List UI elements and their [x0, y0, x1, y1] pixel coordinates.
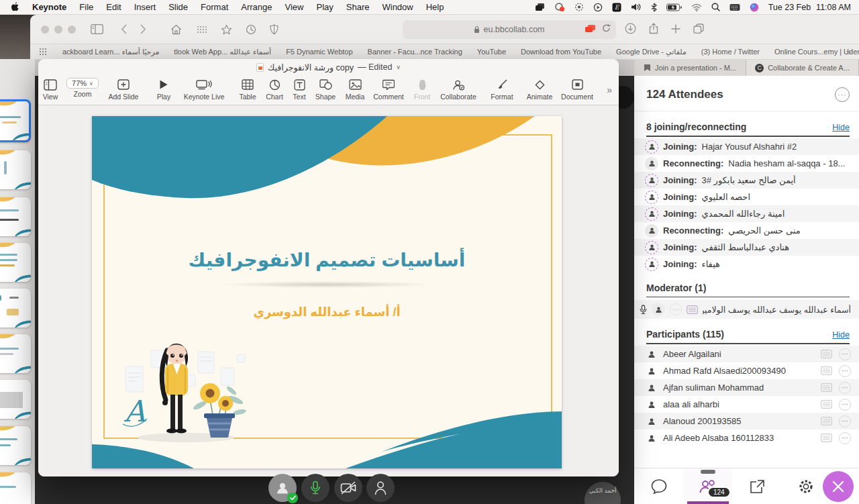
- slide-thumbnail[interactable]: [0, 243, 31, 282]
- slide-subtitle[interactable]: أ/ أسماء عبدالله الدوسري: [92, 305, 562, 319]
- joining-row[interactable]: Joining: هنادي عبدالباسط الثقفي: [634, 239, 859, 256]
- participant-row[interactable]: Ali Adeeb Alsaba 160112833: [634, 430, 859, 446]
- home-icon[interactable]: [170, 24, 182, 35]
- screen-mirroring-icon[interactable]: [574, 3, 584, 11]
- joining-row[interactable]: Joining: امينة رجاءالله المحمدي: [634, 205, 859, 222]
- close-panel-button[interactable]: [823, 471, 854, 502]
- joining-row[interactable]: Joining: Hajar Yousuf Alshahri #2: [634, 138, 859, 155]
- camera-toggle-button[interactable]: [334, 474, 362, 502]
- moderator-options-icon[interactable]: [670, 303, 682, 315]
- menu-slide[interactable]: Slide: [168, 2, 188, 12]
- joining-row[interactable]: Joining: أيمن صالح سعيد بابكور #3: [634, 172, 859, 189]
- apple-logo-icon[interactable]: [11, 2, 19, 12]
- tabs-overview-icon[interactable]: [693, 23, 704, 34]
- participant-row[interactable]: alaa ali alharbi: [634, 396, 859, 413]
- menu-arrange[interactable]: Arrange: [241, 2, 272, 12]
- participant-row[interactable]: Abeer Algailani: [634, 346, 859, 362]
- bookmarks-overflow-chevron[interactable]: »: [846, 47, 851, 57]
- joining-row[interactable]: Joining: هيفاء: [634, 256, 859, 272]
- screen-recording-icon[interactable]: [554, 3, 565, 12]
- bookmark-blackboard[interactable]: ackboard Learn... مرحبًا أسماء: [62, 48, 159, 56]
- slide-thumbnail[interactable]: [0, 472, 31, 504]
- toolbar-play[interactable]: Play: [142, 78, 185, 101]
- siri-icon[interactable]: [750, 3, 759, 12]
- slide-thumbnail[interactable]: [0, 380, 31, 419]
- participant-options-icon[interactable]: [839, 348, 851, 360]
- play-circle-icon[interactable]: [593, 3, 603, 12]
- share-icon[interactable]: [649, 23, 658, 34]
- bookmark-outlook[interactable]: tlook Web App... أسماء عبدالله: [174, 48, 271, 56]
- address-bar[interactable]: eu.bbcollab.com: [403, 20, 616, 39]
- menu-insert[interactable]: Insert: [134, 2, 156, 12]
- menu-play[interactable]: Play: [316, 2, 333, 12]
- menu-file[interactable]: File: [79, 2, 93, 12]
- joining-hide-link[interactable]: Hide: [832, 123, 850, 132]
- hand-raise-button[interactable]: [366, 474, 395, 502]
- sidebar-toggle-icon[interactable]: [91, 24, 103, 34]
- battery-icon[interactable]: [666, 3, 682, 11]
- participant-options-icon[interactable]: [839, 432, 851, 444]
- bluetooth-icon[interactable]: [651, 3, 657, 12]
- toolbar-document[interactable]: Document: [556, 78, 599, 101]
- slide-thumbnail-selected[interactable]: [0, 99, 31, 142]
- bookmark-download-youtube[interactable]: Download from YouTube: [521, 48, 601, 56]
- microphone-toggle-button[interactable]: [301, 474, 330, 502]
- participant-row[interactable]: Ahmad Rafd Alsaedi200093490: [634, 362, 859, 379]
- toolbar-animate[interactable]: Animate: [518, 78, 561, 101]
- moderator-row[interactable]: أسماء عبدالله يوسف عبدالله يوسف الولامين…: [634, 300, 859, 319]
- menu-help[interactable]: Help: [426, 2, 444, 12]
- attendees-menu-button[interactable]: ···: [835, 87, 850, 102]
- menu-app-name[interactable]: Keynote: [32, 2, 66, 12]
- share-content-tab[interactable]: [732, 468, 781, 504]
- back-button-icon[interactable]: [121, 24, 127, 34]
- participant-options-icon[interactable]: [839, 365, 851, 377]
- keynote-title-bar[interactable]: ورشة الانفوجرافيك copy — Edited ∨: [38, 59, 619, 75]
- volume-icon[interactable]: [631, 3, 642, 11]
- new-tab-icon[interactable]: [671, 24, 680, 34]
- window-traffic-lights[interactable]: [41, 26, 76, 34]
- slide-thumbnail[interactable]: [0, 334, 31, 373]
- participant-row[interactable]: Ajfan suliman Mohammad: [634, 379, 859, 396]
- menu-share[interactable]: Share: [346, 2, 370, 12]
- tab-join-presentation[interactable]: Join a presentation - M...: [634, 60, 746, 76]
- bookmark-twitter[interactable]: (3) Home / Twitter: [701, 48, 760, 56]
- forward-button-icon[interactable]: [140, 24, 146, 34]
- participant-row[interactable]: Alanoud 200193585: [634, 413, 859, 430]
- downloads-icon[interactable]: [625, 23, 636, 34]
- participant-options-icon[interactable]: [839, 415, 851, 427]
- slide-thumbnail[interactable]: [0, 197, 31, 236]
- slide-title[interactable]: أساسيات تصميم الانفوجرافيك: [92, 249, 562, 271]
- toolbar-zoom[interactable]: 77%∨ Zoom: [61, 78, 104, 98]
- tab-overview-icon[interactable]: [197, 25, 207, 34]
- joining-row[interactable]: Reconnecting: Nadia hesham al-saqqa - 18…: [634, 155, 859, 172]
- participants-hide-link[interactable]: Hide: [832, 330, 850, 340]
- my-status-avatar-button[interactable]: [268, 474, 297, 502]
- window-stack-icon[interactable]: [535, 3, 545, 11]
- menu-format[interactable]: Format: [201, 2, 228, 12]
- participant-options-icon[interactable]: [839, 399, 851, 411]
- bookmark-f5[interactable]: F5 Dynamic Webtop: [286, 48, 352, 56]
- toolbar-format[interactable]: Format: [481, 78, 523, 101]
- wifi-icon[interactable]: [691, 3, 702, 11]
- bookmark-grid-icon[interactable]: [40, 48, 48, 55]
- toolbar-overflow-chevron[interactable]: »: [607, 85, 612, 95]
- menu-window[interactable]: Window: [382, 2, 413, 12]
- slide-thumbnail[interactable]: [0, 150, 31, 189]
- joining-row[interactable]: Reconnecting: منى حسن الحريصي: [634, 222, 859, 239]
- favorites-star-icon[interactable]: [221, 24, 232, 35]
- slide-thumbnail[interactable]: [0, 426, 31, 465]
- privacy-shield-icon[interactable]: [270, 24, 279, 35]
- close-window-button[interactable]: [41, 26, 49, 34]
- zoom-window-button[interactable]: [68, 26, 76, 34]
- screen-share-indicator-icon[interactable]: [585, 24, 596, 33]
- reload-icon[interactable]: [602, 23, 611, 33]
- keyboard-icon[interactable]: [729, 3, 740, 11]
- toolbar-collaborate[interactable]: Collaborate: [437, 78, 480, 101]
- e-app-icon[interactable]: E: [612, 3, 621, 12]
- attendees-tab[interactable]: 124: [683, 468, 732, 504]
- corner-video-avatar[interactable]: أحمد الكبي: [583, 478, 622, 504]
- zoom-control[interactable]: 77%∨: [66, 78, 99, 89]
- toolbar-keynote-live[interactable]: Keynote Live: [183, 78, 225, 101]
- joining-row[interactable]: Joining: احصه العليوي: [634, 189, 859, 205]
- tab-collaborate-create[interactable]: C Collaborate & Create A...: [746, 60, 859, 76]
